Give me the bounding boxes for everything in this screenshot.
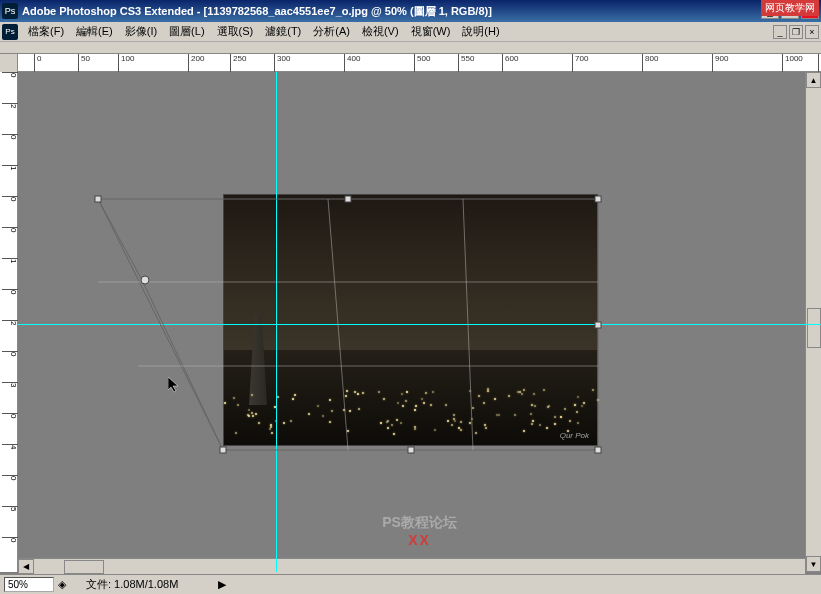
h-ruler-tick: 600 [502, 54, 518, 72]
menu-view[interactable]: 檢視(V) [356, 22, 405, 41]
h-ruler-tick: 200 [188, 54, 204, 72]
h-ruler-tick: 500 [414, 54, 430, 72]
v-ruler-tick: 0 [2, 289, 18, 294]
menubar: Ps 檔案(F) 編輯(E) 影像(I) 圖層(L) 選取(S) 濾鏡(T) 分… [0, 22, 821, 42]
horizontal-guide[interactable] [18, 324, 821, 325]
watermark-badge: 网页教学网 [761, 0, 819, 16]
h-ruler-tick: 50 [78, 54, 90, 72]
v-ruler-tick: 2 [2, 320, 18, 325]
document-image[interactable]: Qur Pok [223, 194, 598, 446]
v-ruler-tick: 0 [2, 475, 18, 480]
menu-analyze[interactable]: 分析(A) [307, 22, 356, 41]
image-sky-region [224, 195, 597, 350]
doc-close-button[interactable]: × [805, 25, 819, 39]
menu-image[interactable]: 影像(I) [119, 22, 163, 41]
menu-file[interactable]: 檔案(F) [22, 22, 70, 41]
canvas-area[interactable]: Qur Pok PS教程论坛 XX [18, 72, 821, 572]
v-ruler-tick: 4 [2, 444, 18, 449]
vertical-guide[interactable] [276, 72, 277, 572]
ps-app-icon: Ps [2, 3, 18, 19]
image-signature: Qur Pok [560, 431, 589, 440]
v-ruler-tick: 1 [2, 258, 18, 263]
menu-edit[interactable]: 編輯(E) [70, 22, 119, 41]
file-size-info: 文件: 1.08M/1.08M [86, 577, 178, 592]
v-ruler-tick: 1 [2, 165, 18, 170]
transform-edge [98, 199, 142, 280]
v-ruler-tick: 0 [2, 72, 18, 77]
h-ruler-tick: 300 [274, 54, 290, 72]
transform-handle-tl[interactable] [95, 196, 101, 202]
image-city-region [224, 350, 597, 445]
transform-handle-br[interactable] [595, 447, 601, 453]
watermark-text-1: PS教程论坛 [382, 514, 457, 532]
menu-help[interactable]: 說明(H) [456, 22, 505, 41]
ruler-origin-corner[interactable] [0, 54, 18, 72]
h-ruler-tick: 550 [458, 54, 474, 72]
vertical-ruler[interactable]: 0201001020304050 [0, 72, 18, 572]
v-ruler-tick: 5 [2, 506, 18, 511]
v-ruler-tick: 0 [2, 351, 18, 356]
scroll-left-button[interactable]: ◀ [18, 559, 34, 574]
status-menu-arrow-icon[interactable]: ▶ [218, 578, 226, 591]
v-ruler-tick: 3 [2, 382, 18, 387]
horizontal-ruler[interactable]: 0501002002503004005005506007008009001000… [0, 54, 821, 72]
doc-minimize-button[interactable]: _ [773, 25, 787, 39]
menu-filter[interactable]: 濾鏡(T) [259, 22, 307, 41]
statusbar: 50% ◈ 文件: 1.08M/1.08M ▶ [0, 574, 821, 594]
doc-window-controls: _ ❐ × [773, 25, 819, 39]
h-ruler-tick: 100 [118, 54, 134, 72]
transform-edge [142, 280, 223, 450]
transform-handle-bl[interactable] [220, 447, 226, 453]
status-nav-icon[interactable]: ◈ [58, 578, 66, 591]
transform-handle-bm[interactable] [408, 447, 414, 453]
scroll-down-button[interactable]: ▼ [806, 556, 821, 572]
horizontal-scrollbar[interactable]: ◀ [18, 558, 805, 574]
v-ruler-tick: 0 [2, 413, 18, 418]
cursor-icon [168, 377, 184, 393]
scroll-up-button[interactable]: ▲ [806, 72, 821, 88]
v-ruler-tick: 0 [2, 134, 18, 139]
h-ruler-tick: 800 [642, 54, 658, 72]
v-ruler-tick: 0 [2, 227, 18, 232]
bottom-watermark: PS教程论坛 XX [382, 514, 457, 548]
titlebar: Ps Adobe Photoshop CS3 Extended - [11397… [0, 0, 821, 22]
menu-select[interactable]: 選取(S) [211, 22, 260, 41]
svg-marker-0 [168, 377, 178, 392]
vertical-scrollbar[interactable]: ▲ ▼ [805, 72, 821, 572]
options-bar [0, 42, 821, 54]
h-ruler-tick: 1000 [782, 54, 803, 72]
watermark-text-2: XX [382, 532, 457, 548]
window-title: Adobe Photoshop CS3 Extended - [11397825… [22, 4, 761, 19]
v-ruler-tick: 0 [2, 537, 18, 542]
zoom-level-input[interactable]: 50% [4, 577, 54, 592]
v-ruler-tick: 2 [2, 103, 18, 108]
menu-layer[interactable]: 圖層(L) [163, 22, 210, 41]
h-ruler-ticks: 0501002002503004005005506007008009001000… [18, 54, 821, 71]
h-ruler-tick: 400 [344, 54, 360, 72]
transform-handle-ml[interactable] [141, 276, 149, 284]
menu-window[interactable]: 視窗(W) [405, 22, 457, 41]
v-ruler-tick: 0 [2, 196, 18, 201]
city-lights [224, 385, 597, 435]
h-ruler-tick: 0 [34, 54, 41, 72]
ps-doc-icon[interactable]: Ps [2, 24, 18, 40]
h-scroll-thumb[interactable] [64, 560, 104, 574]
h-ruler-tick: 700 [572, 54, 588, 72]
h-ruler-tick: 900 [712, 54, 728, 72]
v-scroll-thumb[interactable] [807, 308, 821, 348]
doc-restore-button[interactable]: ❐ [789, 25, 803, 39]
h-ruler-tick: 250 [230, 54, 246, 72]
